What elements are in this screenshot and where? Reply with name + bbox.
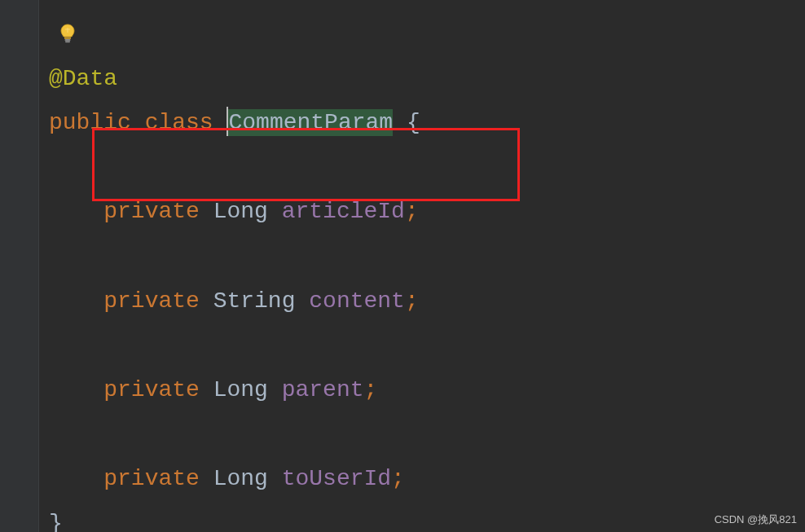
type-long: Long (213, 377, 268, 402)
annotation-red-box (92, 128, 520, 201)
annotation-line: @Data (49, 57, 420, 102)
semicolon: ; (391, 466, 405, 491)
field-parent: parent (282, 377, 364, 402)
semicolon: ; (405, 199, 419, 224)
annotation-data: @Data (49, 66, 117, 91)
type-string: String (213, 288, 296, 314)
blank-line (49, 412, 420, 457)
field-line-toUserId: private Long toUserId; (49, 457, 420, 502)
type-long: Long (213, 466, 268, 491)
blank-line (49, 323, 420, 368)
keyword-private: private (103, 377, 200, 402)
field-content: content (309, 288, 405, 314)
code-editor[interactable]: @Datapublic class CommentParam { private… (39, 0, 430, 532)
keyword-private: private (103, 466, 200, 491)
keyword-private: private (103, 288, 200, 314)
close-brace-line: } (49, 502, 420, 532)
field-line-content: private String content; (49, 279, 420, 324)
svg-rect-2 (65, 41, 70, 42)
editor-gutter[interactable] (0, 0, 39, 532)
keyword-private: private (103, 199, 200, 224)
blank-line (49, 235, 420, 279)
watermark-text: CSDN @挽风821 (715, 512, 797, 527)
semicolon: ; (364, 377, 378, 402)
close-brace: } (49, 511, 63, 532)
field-articleId: articleId (282, 199, 405, 224)
field-toUserId: toUserId (282, 466, 391, 491)
field-line-parent: private Long parent; (49, 368, 420, 413)
semicolon: ; (405, 288, 419, 314)
intention-bulb-icon[interactable] (59, 23, 77, 46)
svg-rect-0 (64, 37, 71, 39)
type-long: Long (213, 199, 268, 224)
svg-rect-1 (65, 39, 71, 41)
